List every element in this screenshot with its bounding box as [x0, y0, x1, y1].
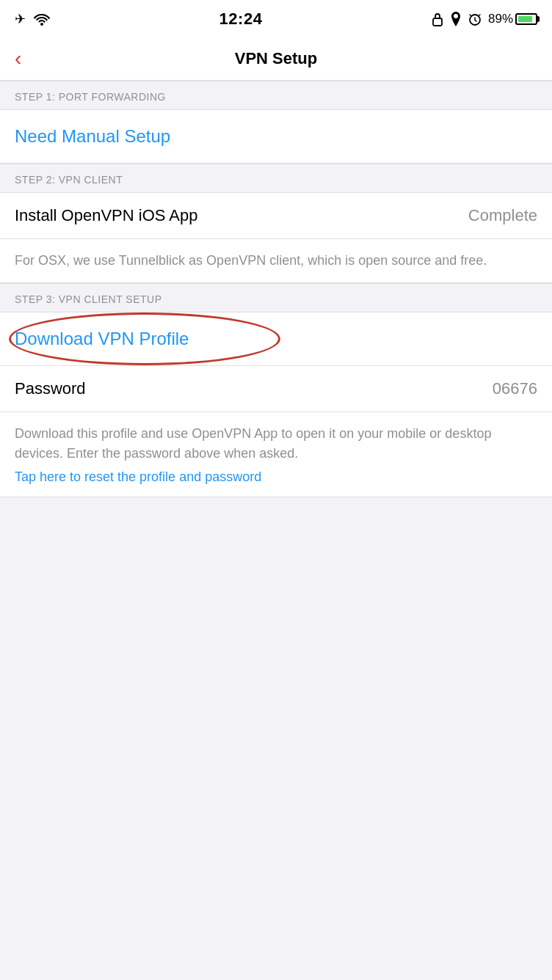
page-title: VPN Setup: [235, 49, 317, 68]
battery-percent: 89%: [488, 12, 513, 26]
step1-content-row: Need Manual Setup: [0, 110, 552, 164]
password-label: Password: [15, 379, 86, 398]
battery-container: 89%: [488, 12, 537, 26]
status-bar: ✈ 12:24 89%: [0, 0, 552, 37]
wifi-icon: [33, 12, 51, 26]
step3-section-header: STEP 3: VPN CLIENT SETUP: [0, 283, 552, 312]
airplane-icon: ✈: [15, 11, 26, 27]
password-row: Password 06676: [0, 366, 552, 412]
step2-label: STEP 2: VPN CLIENT: [15, 174, 123, 186]
status-left-icons: ✈: [15, 11, 51, 27]
install-openvpn-status: Complete: [468, 206, 537, 225]
step3-label: STEP 3: VPN CLIENT SETUP: [15, 293, 162, 305]
location-icon: [450, 12, 462, 26]
reset-profile-link[interactable]: Tap here to reset the profile and passwo…: [15, 469, 537, 485]
alarm-icon: [468, 12, 482, 26]
back-button[interactable]: ‹: [15, 48, 21, 69]
download-vpn-profile-link[interactable]: Download VPN Profile: [15, 329, 189, 348]
step2-section-header: STEP 2: VPN CLIENT: [0, 164, 552, 193]
status-right-icons: 89%: [431, 12, 537, 26]
battery-icon: [515, 13, 537, 25]
battery-fill: [518, 16, 532, 22]
install-openvpn-label: Install OpenVPN iOS App: [15, 206, 197, 225]
need-manual-setup-link[interactable]: Need Manual Setup: [15, 126, 170, 146]
step3-description-row: Download this profile and use OpenVPN Ap…: [0, 412, 552, 497]
svg-rect-0: [433, 18, 442, 26]
nav-bar: ‹ VPN Setup: [0, 37, 552, 81]
step3-description: Download this profile and use OpenVPN Ap…: [15, 426, 491, 461]
step1-label: STEP 1: PORT FORWARDING: [15, 91, 166, 103]
password-value: 06676: [493, 379, 537, 398]
step2-description: For OSX, we use Tunnelblick as OpenVPN c…: [15, 253, 487, 268]
step1-section-header: STEP 1: PORT FORWARDING: [0, 81, 552, 110]
lock-icon: [431, 12, 444, 26]
status-time: 12:24: [219, 10, 263, 29]
step2-description-row: For OSX, we use Tunnelblick as OpenVPN c…: [0, 239, 552, 283]
install-openvpn-row: Install OpenVPN iOS App Complete: [0, 193, 552, 239]
download-vpn-profile-row[interactable]: Download VPN Profile: [0, 312, 552, 366]
